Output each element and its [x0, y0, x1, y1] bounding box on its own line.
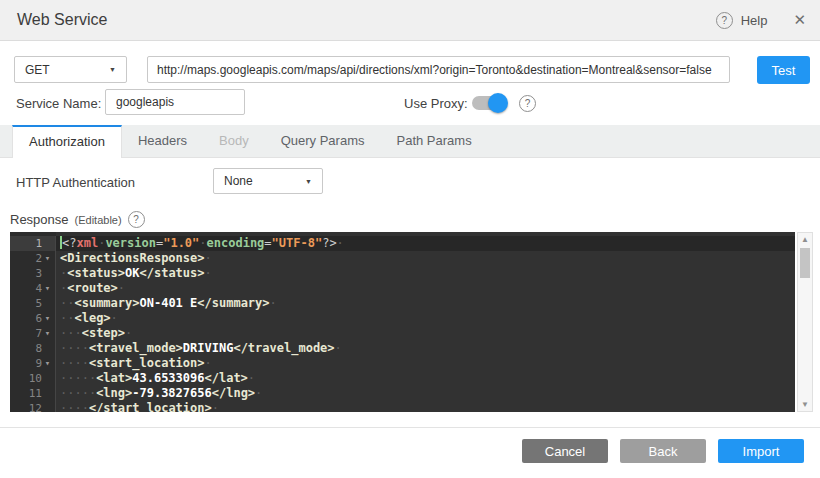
- code-line[interactable]: 11·····<lng>-79.3827656</lng>·: [10, 386, 795, 401]
- help-link[interactable]: Help: [741, 13, 768, 28]
- line-number: 10: [10, 371, 56, 386]
- tab-body: Body: [203, 125, 265, 157]
- http-authentication-select[interactable]: None ▼: [213, 168, 323, 194]
- code-line[interactable]: 10·····<lat>43.6533096</lat>·: [10, 371, 795, 386]
- fold-toggle-icon[interactable]: ▾: [42, 251, 53, 266]
- url-input[interactable]: [147, 56, 730, 83]
- line-number: 6▾: [10, 311, 56, 326]
- chevron-down-icon: ▼: [305, 178, 312, 185]
- proxy-help-icon[interactable]: ?: [519, 95, 536, 112]
- code-line[interactable]: 3·<status>OK</status>·: [10, 266, 795, 281]
- code-line[interactable]: 12····</start_location>·: [10, 401, 795, 412]
- fold-toggle-icon[interactable]: ▾: [42, 326, 53, 341]
- line-number: 8: [10, 341, 56, 356]
- code-line[interactable]: 1<?xml·version="1.0"·encoding="UTF-8"?>·: [10, 236, 795, 251]
- tab-path-params[interactable]: Path Params: [380, 125, 487, 157]
- code-line[interactable]: 4▾·<route>·: [10, 281, 795, 296]
- cancel-button[interactable]: Cancel: [522, 439, 608, 463]
- http-authentication-value: None: [224, 174, 253, 188]
- line-number: 2▾: [10, 251, 56, 266]
- http-authentication-label: HTTP Authentication: [16, 175, 135, 190]
- tab-bar: AuthorizationHeadersBodyQuery ParamsPath…: [0, 125, 820, 158]
- fold-toggle-icon[interactable]: ▾: [42, 281, 53, 296]
- toggle-knob: [488, 93, 508, 113]
- use-proxy-label: Use Proxy:: [404, 96, 468, 111]
- import-button[interactable]: Import: [718, 439, 804, 463]
- line-number: 4▾: [10, 281, 56, 296]
- line-number: 1: [10, 236, 56, 251]
- dialog-titlebar: Web Service ? Help ✕: [0, 0, 820, 41]
- line-number: 12: [10, 401, 56, 412]
- service-name-label: Service Name:: [16, 96, 101, 111]
- http-method-value: GET: [25, 63, 50, 77]
- close-icon[interactable]: ✕: [793, 11, 806, 29]
- line-number: 7▾: [10, 326, 56, 341]
- response-editable-label: (Editable): [75, 214, 122, 226]
- code-line[interactable]: 7▾···<step>·: [10, 326, 795, 341]
- service-name-input[interactable]: [105, 89, 245, 115]
- code-line[interactable]: 5··<summary>ON-401 E</summary>·: [10, 296, 795, 311]
- back-button[interactable]: Back: [620, 439, 706, 463]
- footer-divider: [0, 427, 820, 428]
- line-number: 11: [10, 386, 56, 401]
- response-code-editor[interactable]: 1<?xml·version="1.0"·encoding="UTF-8"?>·…: [10, 232, 795, 412]
- code-line[interactable]: 6▾··<leg>·: [10, 311, 795, 326]
- line-number: 9▾: [10, 356, 56, 371]
- editor-scrollbar[interactable]: ▲ ▼: [797, 232, 813, 412]
- fold-toggle-icon[interactable]: ▾: [42, 356, 53, 371]
- fold-toggle-icon[interactable]: ▾: [42, 311, 53, 326]
- chevron-down-icon: ▼: [109, 66, 116, 73]
- code-line[interactable]: 9▾····<start_location>·: [10, 356, 795, 371]
- use-proxy-toggle[interactable]: [472, 96, 506, 110]
- scroll-up-icon[interactable]: ▲: [798, 235, 812, 244]
- tab-authorization[interactable]: Authorization: [12, 125, 122, 158]
- http-method-select[interactable]: GET ▼: [14, 56, 127, 83]
- page-title: Web Service: [17, 11, 107, 29]
- response-label: Response: [10, 212, 69, 227]
- line-number: 5: [10, 296, 56, 311]
- response-help-icon[interactable]: ?: [128, 211, 145, 228]
- scroll-down-icon[interactable]: ▼: [798, 400, 812, 409]
- tab-query-params[interactable]: Query Params: [265, 125, 381, 157]
- code-line[interactable]: 2▾<DirectionsResponse>·: [10, 251, 795, 266]
- scrollbar-thumb[interactable]: [800, 248, 810, 278]
- test-button[interactable]: Test: [757, 56, 810, 84]
- tab-headers[interactable]: Headers: [122, 125, 203, 157]
- footer-buttons: CancelBackImport: [522, 439, 804, 463]
- line-number: 3: [10, 266, 56, 281]
- help-question-icon[interactable]: ?: [716, 12, 733, 29]
- code-line[interactable]: 8····<travel_mode>DRIVING</travel_mode>·: [10, 341, 795, 356]
